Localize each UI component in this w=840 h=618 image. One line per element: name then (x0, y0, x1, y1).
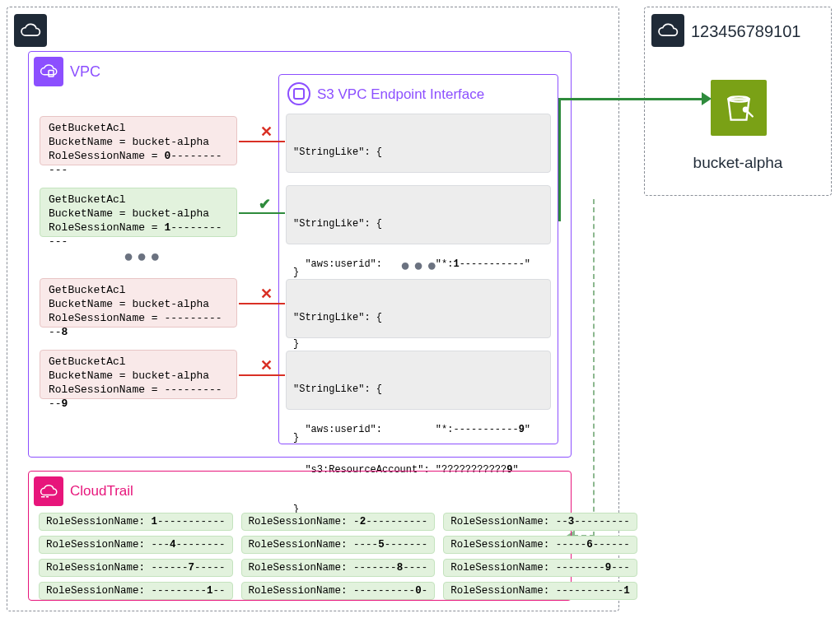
allow-check-icon: ✔ (259, 195, 271, 213)
cloudtrail-item: RoleSessionName: -------8---- (241, 559, 436, 577)
arrow-head-icon (702, 92, 712, 105)
cloud-icon (14, 14, 47, 47)
deny-line (239, 303, 285, 304)
target-account-box: 123456789101 bucket-alpha (644, 7, 832, 196)
svg-rect-2 (49, 71, 54, 77)
account-id: 123456789101 (691, 22, 800, 41)
cloudtrail-item: RoleSessionName: ----5------- (241, 536, 436, 554)
endpoint-icon (287, 82, 310, 105)
deny-line (239, 374, 285, 376)
policy-card-3: "StringLike": { "aws:userid": "*:-------… (286, 351, 551, 410)
request-card-0: GetBucketAcl BucketName = bucket-alpha R… (40, 116, 237, 165)
cloudtrail-item: RoleSessionName: -2---------- (241, 513, 436, 531)
deny-line (239, 141, 285, 142)
cloudtrail-item: RoleSessionName: --------9--- (443, 559, 637, 577)
endpoint-title: S3 VPC Endpoint Interface (317, 86, 484, 103)
cloudtrail-item: RoleSessionName: ------7----- (39, 559, 233, 577)
policy-card-0: "StringLike": { "aws:userid": "*:0------… (286, 114, 551, 173)
arrow-to-bucket (560, 98, 705, 100)
cloudtrail-item: RoleSessionName: ---4-------- (39, 536, 233, 554)
cloudtrail-item: RoleSessionName: -----------1 (443, 582, 637, 600)
ellipsis-icon: ●●● (124, 247, 163, 266)
cloudtrail-item: RoleSessionName: ----------0- (241, 582, 436, 600)
cloudtrail-items: RoleSessionName: 1-----------RoleSession… (39, 513, 561, 600)
cloudtrail-box: CloudTrail RoleSessionName: 1-----------… (28, 471, 572, 601)
request-card-3: GetBucketAcl BucketName = bucket-alpha R… (40, 350, 237, 399)
arrow-to-bucket (558, 98, 561, 221)
policy-card-1: "StringLike": { "aws:userid": "*:1------… (286, 185, 551, 244)
cloudtrail-item: RoleSessionName: -----6------ (443, 536, 637, 554)
bucket-name-label: bucket-alpha (645, 154, 831, 172)
policy-card-2: "StringLike": { "aws:userid": "*:-------… (286, 279, 551, 338)
vpc-icon (34, 57, 63, 86)
cloudtrail-item: RoleSessionName: --3--------- (443, 513, 637, 531)
s3-bucket-icon (711, 80, 767, 136)
cloudtrail-item: RoleSessionName: 1----------- (39, 513, 233, 531)
cloudtrail-item: RoleSessionName: ---------1-- (39, 582, 233, 600)
request-card-2: GetBucketAcl BucketName = bucket-alpha R… (40, 278, 237, 328)
cloudtrail-title: CloudTrail (70, 483, 133, 500)
deny-x-icon: ✕ (260, 356, 273, 374)
return-arrow (593, 199, 595, 537)
vpc-title: VPC (70, 63, 100, 81)
request-card-1: GetBucketAcl BucketName = bucket-alpha R… (40, 188, 237, 237)
deny-x-icon: ✕ (260, 123, 273, 141)
deny-x-icon: ✕ (260, 285, 273, 303)
cloudtrail-icon (34, 476, 63, 506)
cloud-icon (651, 14, 684, 47)
